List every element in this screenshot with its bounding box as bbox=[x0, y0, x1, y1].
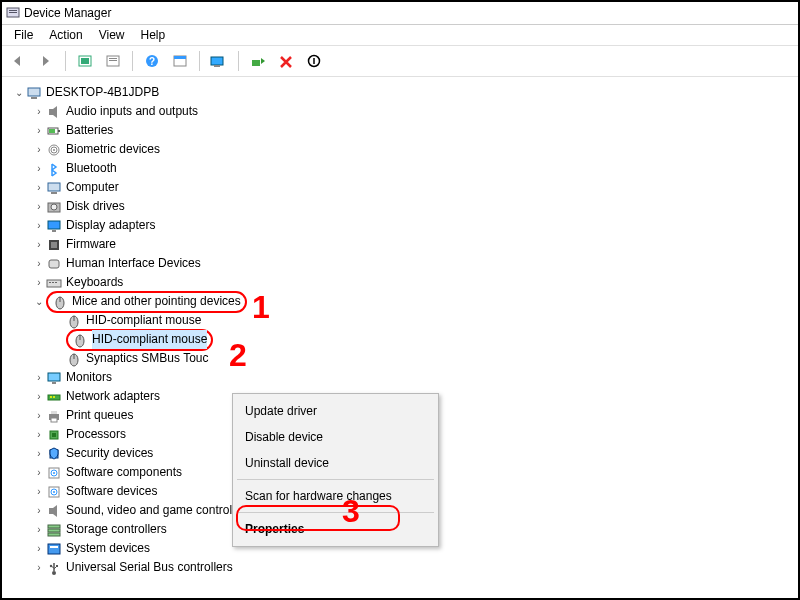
svg-point-59 bbox=[53, 472, 55, 474]
svg-rect-26 bbox=[51, 192, 57, 194]
category-disk[interactable]: ›Disk drives bbox=[32, 197, 798, 216]
expand-icon[interactable]: › bbox=[32, 463, 46, 482]
category-hid[interactable]: ›Human Interface Devices bbox=[32, 254, 798, 273]
system-icon bbox=[46, 541, 62, 557]
category-label: Batteries bbox=[66, 121, 113, 140]
storage-icon bbox=[46, 522, 62, 538]
ctx-divider bbox=[237, 479, 434, 480]
expand-icon[interactable]: › bbox=[32, 254, 46, 273]
security-icon bbox=[46, 446, 62, 462]
mouse-icon bbox=[66, 351, 82, 367]
device-label: HID-compliant mouse bbox=[92, 330, 207, 349]
expand-icon[interactable]: › bbox=[32, 121, 46, 140]
help-button[interactable]: ? bbox=[140, 49, 164, 73]
collapse-icon[interactable]: ⌄ bbox=[12, 83, 26, 102]
expand-icon[interactable]: › bbox=[32, 140, 46, 159]
fingerprint-icon bbox=[46, 142, 62, 158]
category-label: Keyboards bbox=[66, 273, 123, 292]
expand-icon[interactable]: › bbox=[32, 273, 46, 292]
svg-rect-30 bbox=[52, 230, 56, 232]
expand-icon[interactable]: › bbox=[32, 235, 46, 254]
svg-rect-20 bbox=[58, 130, 60, 132]
update-driver-button[interactable] bbox=[246, 49, 270, 73]
svg-rect-37 bbox=[55, 282, 57, 283]
network-icon bbox=[46, 389, 62, 405]
properties-button[interactable] bbox=[101, 49, 125, 73]
options-button[interactable] bbox=[168, 49, 192, 73]
svg-rect-1 bbox=[9, 10, 17, 11]
expand-icon[interactable]: › bbox=[32, 444, 46, 463]
device-node[interactable]: HID-compliant mouse bbox=[66, 311, 798, 330]
category-display[interactable]: ›Display adapters bbox=[32, 216, 798, 235]
svg-rect-64 bbox=[48, 525, 60, 528]
category-speaker[interactable]: ›Audio inputs and outputs bbox=[32, 102, 798, 121]
menubar: File Action View Help bbox=[2, 25, 798, 45]
expand-icon[interactable]: › bbox=[32, 159, 46, 178]
category-monitor[interactable]: ›Monitors bbox=[32, 368, 798, 387]
category-battery[interactable]: ›Batteries bbox=[32, 121, 798, 140]
expand-icon[interactable]: › bbox=[32, 558, 46, 577]
svg-point-28 bbox=[51, 204, 57, 210]
device-node[interactable]: Synaptics SMBus Touc bbox=[66, 349, 798, 368]
category-label: Biometric devices bbox=[66, 140, 160, 159]
expand-icon[interactable]: › bbox=[32, 482, 46, 501]
display-icon bbox=[46, 218, 62, 234]
svg-rect-6 bbox=[109, 58, 117, 59]
menu-help[interactable]: Help bbox=[133, 26, 174, 44]
monitor-icon bbox=[46, 370, 62, 386]
device-tree[interactable]: ⌄ DESKTOP-4B1JDPB ›Audio inputs and outp… bbox=[2, 77, 798, 600]
expand-icon[interactable]: › bbox=[32, 425, 46, 444]
mouse-icon bbox=[66, 313, 82, 329]
show-hidden-button[interactable] bbox=[73, 49, 97, 73]
category-label: Firmware bbox=[66, 235, 116, 254]
expand-icon[interactable]: › bbox=[32, 216, 46, 235]
expand-icon[interactable]: › bbox=[32, 178, 46, 197]
expand-icon[interactable]: › bbox=[32, 406, 46, 425]
scan-button[interactable] bbox=[207, 49, 231, 73]
menu-action[interactable]: Action bbox=[41, 26, 90, 44]
uninstall-button[interactable] bbox=[274, 49, 298, 73]
category-usb[interactable]: ›Universal Serial Bus controllers bbox=[32, 558, 798, 577]
menu-view[interactable]: View bbox=[91, 26, 133, 44]
disable-button[interactable] bbox=[302, 49, 326, 73]
category-computer[interactable]: ›Computer bbox=[32, 178, 798, 197]
back-button[interactable] bbox=[6, 49, 30, 73]
device-node[interactable]: HID-compliant mouse bbox=[66, 330, 798, 349]
root-node[interactable]: ⌄ DESKTOP-4B1JDPB bbox=[12, 83, 798, 102]
category-label: Processors bbox=[66, 425, 126, 444]
firmware-icon bbox=[46, 237, 62, 253]
expand-icon[interactable]: › bbox=[32, 501, 46, 520]
expand-icon[interactable]: › bbox=[32, 102, 46, 121]
expand-icon[interactable]: › bbox=[32, 520, 46, 539]
category-label: Human Interface Devices bbox=[66, 254, 201, 273]
svg-rect-46 bbox=[48, 373, 60, 381]
expand-icon[interactable]: › bbox=[32, 197, 46, 216]
expand-icon[interactable]: › bbox=[32, 387, 46, 406]
forward-button[interactable] bbox=[34, 49, 58, 73]
category-fingerprint[interactable]: ›Biometric devices bbox=[32, 140, 798, 159]
category-mouse[interactable]: ⌄Mice and other pointing devices bbox=[32, 292, 798, 311]
category-label: Sound, video and game controllers bbox=[66, 501, 251, 520]
ctx-uninstall-device[interactable]: Uninstall device bbox=[233, 450, 438, 476]
device-label: HID-compliant mouse bbox=[86, 311, 201, 330]
toolbar-separator bbox=[238, 51, 239, 71]
annotation-1: 1 bbox=[252, 289, 270, 326]
category-label: Network adapters bbox=[66, 387, 160, 406]
svg-point-24 bbox=[53, 149, 55, 151]
svg-rect-63 bbox=[49, 508, 53, 514]
menu-file[interactable]: File bbox=[6, 26, 41, 44]
device-manager-window: Device Manager File Action View Help ? ⌄… bbox=[0, 0, 800, 600]
category-label: Mice and other pointing devices bbox=[72, 292, 241, 311]
ctx-update-driver[interactable]: Update driver bbox=[233, 398, 438, 424]
svg-point-49 bbox=[50, 396, 52, 398]
category-bluetooth[interactable]: ›Bluetooth bbox=[32, 159, 798, 178]
category-label: Disk drives bbox=[66, 197, 125, 216]
expand-icon[interactable]: › bbox=[32, 539, 46, 558]
svg-rect-21 bbox=[49, 129, 55, 133]
category-keyboard[interactable]: ›Keyboards bbox=[32, 273, 798, 292]
expand-icon[interactable]: › bbox=[32, 368, 46, 387]
collapse-icon[interactable]: ⌄ bbox=[32, 292, 46, 311]
ctx-disable-device[interactable]: Disable device bbox=[233, 424, 438, 450]
printer-icon bbox=[46, 408, 62, 424]
category-firmware[interactable]: ›Firmware bbox=[32, 235, 798, 254]
